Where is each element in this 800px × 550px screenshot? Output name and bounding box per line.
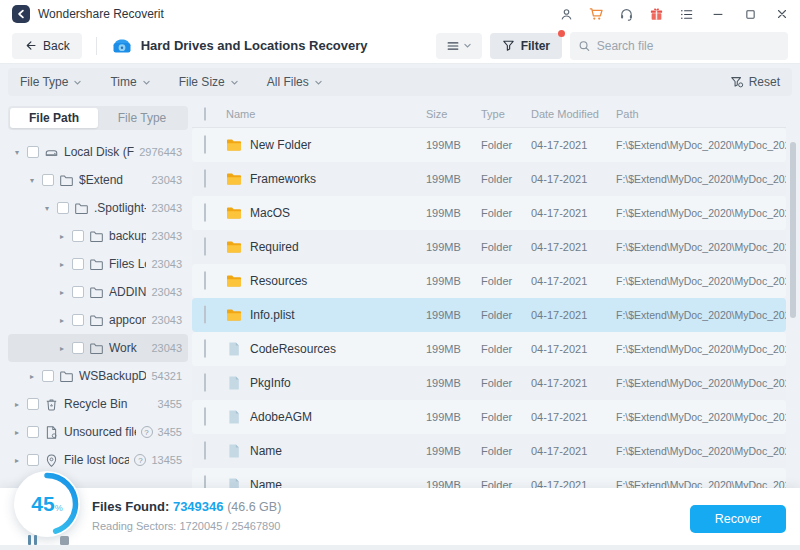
checkbox[interactable] <box>72 342 84 354</box>
tree-item[interactable]: ▸ADDINS23043 <box>8 278 188 306</box>
cell-date-modified: 04-17-2021 <box>531 139 616 151</box>
tree-item[interactable]: ▸backupdata23043 <box>8 222 188 250</box>
tree-item[interactable]: ▸WSBackupData54321 <box>8 362 188 390</box>
row-checkbox[interactable] <box>204 169 206 188</box>
checkbox[interactable] <box>42 370 54 382</box>
chevron-right-icon[interactable]: ▸ <box>57 316 67 325</box>
cell-path: F:\$Extend\MyDoc_2020\MyDoc_2020\M... <box>616 241 786 253</box>
reset-button[interactable]: Reset <box>730 75 780 89</box>
row-checkbox[interactable] <box>204 135 206 154</box>
chevron-right-icon[interactable]: ▸ <box>12 428 22 437</box>
row-checkbox[interactable] <box>204 407 206 426</box>
tree-item[interactable]: ▸appcompat23043 <box>8 306 188 334</box>
chevron-down-icon[interactable]: ▾ <box>12 148 22 157</box>
chevron-right-icon[interactable]: ▸ <box>57 344 67 353</box>
titlebar: Wondershare Recoverit <box>0 0 800 28</box>
tree-item-count: 23043 <box>151 202 182 214</box>
close-icon[interactable] <box>774 6 790 22</box>
column-size[interactable]: Size <box>426 108 481 120</box>
pause-button[interactable] <box>28 535 37 545</box>
checkbox[interactable] <box>27 146 39 158</box>
tree-item[interactable]: ▸Work23043 <box>8 334 188 362</box>
tree-item-label: File lost location <box>64 453 129 467</box>
chevron-right-icon[interactable]: ▸ <box>57 288 67 297</box>
column-name[interactable]: Name <box>226 108 426 120</box>
table-row[interactable]: New Folder199MBFolder04-17-2021F:\$Exten… <box>192 128 786 162</box>
checkbox[interactable] <box>27 454 39 466</box>
column-path[interactable]: Path <box>616 108 786 120</box>
tree-item[interactable]: ▾.Spotlight-V10000...23043 <box>8 194 188 222</box>
chevron-down-icon <box>314 78 323 87</box>
scan-title-label: Hard Drives and Locations Recovery <box>141 38 368 53</box>
stop-button[interactable] <box>60 536 69 545</box>
chevron-down-icon[interactable]: ▾ <box>42 204 52 213</box>
help-icon[interactable]: ? <box>134 454 146 466</box>
table-row[interactable]: AdobeAGM199MBFolder04-17-2021F:\$Extend\… <box>192 400 786 434</box>
checkbox[interactable] <box>72 314 84 326</box>
checkbox[interactable] <box>72 230 84 242</box>
checkbox[interactable] <box>27 426 39 438</box>
checkbox[interactable] <box>72 258 84 270</box>
chevron-right-icon[interactable]: ▸ <box>12 456 22 465</box>
table-row[interactable]: Name199MBFolder04-17-2021F:\$Extend\MyDo… <box>192 434 786 468</box>
tab-file-type[interactable]: File Type <box>98 108 186 128</box>
tab-file-path[interactable]: File Path <box>10 108 98 128</box>
row-checkbox[interactable] <box>204 339 206 358</box>
row-checkbox[interactable] <box>204 271 206 290</box>
row-checkbox[interactable] <box>204 305 206 324</box>
account-icon[interactable] <box>558 6 574 22</box>
filter-dropdown-all-files[interactable]: All Files <box>267 75 323 89</box>
search-box[interactable] <box>570 32 788 60</box>
chevron-right-icon[interactable]: ▸ <box>12 400 22 409</box>
cell-size: 199MB <box>426 309 481 321</box>
checkbox[interactable] <box>27 398 39 410</box>
filter-button[interactable]: Filter <box>490 33 562 59</box>
chevron-down-icon <box>142 78 151 87</box>
chevron-right-icon[interactable]: ▸ <box>57 232 67 241</box>
view-mode-button[interactable] <box>436 33 482 59</box>
checkbox[interactable] <box>42 174 54 186</box>
column-type[interactable]: Type <box>481 108 531 120</box>
tree-item[interactable]: ▸File lost location?13455 <box>8 446 188 474</box>
cell-size: 199MB <box>426 377 481 389</box>
tree-item[interactable]: ▸Unsourced files?3455 <box>8 418 188 446</box>
table-row[interactable]: Required199MBFolder04-17-2021F:\$Extend\… <box>192 230 786 264</box>
table-row[interactable]: Frameworks199MBFolder04-17-2021F:\$Exten… <box>192 162 786 196</box>
table-row[interactable]: Info.plist199MBFolder04-17-2021F:\$Exten… <box>192 298 786 332</box>
recover-button[interactable]: Recover <box>690 505 786 533</box>
checkbox[interactable] <box>72 286 84 298</box>
minimize-icon[interactable] <box>710 6 726 22</box>
table-row[interactable]: Resources199MBFolder04-17-2021F:\$Extend… <box>192 264 786 298</box>
table-row[interactable]: CodeResources199MBFolder04-17-2021F:\$Ex… <box>192 332 786 366</box>
cart-icon[interactable] <box>588 6 604 22</box>
tree-item[interactable]: ▾$Extend23043 <box>8 166 188 194</box>
chevron-right-icon[interactable]: ▸ <box>27 372 37 381</box>
chevron-down-icon[interactable]: ▾ <box>27 176 37 185</box>
tree-item[interactable]: ▾Local Disk (F:)2976443 <box>8 138 188 166</box>
filter-dropdown-file-size[interactable]: File Size <box>179 75 239 89</box>
checkbox[interactable] <box>57 202 69 214</box>
support-icon[interactable] <box>618 6 634 22</box>
gift-icon[interactable] <box>648 6 664 22</box>
tree-item[interactable]: ▸Files Lost Origri...23043 <box>8 250 188 278</box>
row-checkbox[interactable] <box>204 373 206 392</box>
row-checkbox[interactable] <box>204 441 206 460</box>
row-checkbox[interactable] <box>204 203 206 222</box>
filter-dropdown-time[interactable]: Time <box>110 75 150 89</box>
column-date-modified[interactable]: Date Modified <box>531 108 616 120</box>
tree-item-count: 23043 <box>151 286 182 298</box>
table-row[interactable]: PkgInfo199MBFolder04-17-2021F:\$Extend\M… <box>192 366 786 400</box>
filter-dropdown-file-type[interactable]: File Type <box>20 75 82 89</box>
table-scrollbar[interactable] <box>790 142 796 318</box>
menu-icon[interactable] <box>678 6 694 22</box>
help-icon[interactable]: ? <box>141 426 153 438</box>
search-input[interactable] <box>597 39 780 53</box>
table-row[interactable]: MacOS199MBFolder04-17-2021F:\$Extend\MyD… <box>192 196 786 230</box>
back-button[interactable]: Back <box>12 33 82 59</box>
chevron-right-icon[interactable]: ▸ <box>57 260 67 269</box>
tree-item[interactable]: ▸Recycle Bin3455 <box>8 390 188 418</box>
maximize-icon[interactable] <box>742 6 758 22</box>
table-header: Name Size Type Date Modified Path <box>192 100 786 128</box>
row-checkbox[interactable] <box>204 237 206 256</box>
select-all-checkbox[interactable] <box>204 107 206 121</box>
